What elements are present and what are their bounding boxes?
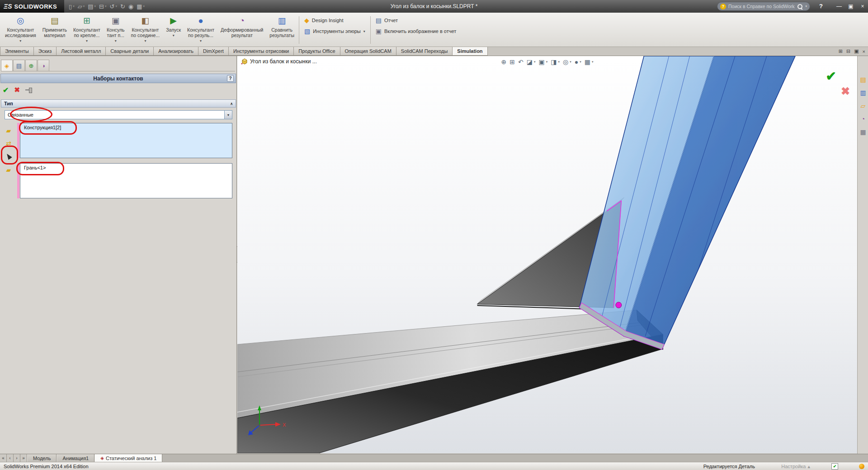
deformed-result-button[interactable]: ◔ Деформированный результат [217,14,266,47]
tab-solidcam-operation[interactable]: Операция SolidCAM [340,47,396,56]
prev-tab-button[interactable]: ‹ [7,454,14,462]
confirmation-ok-button[interactable]: ✔ [826,69,836,84]
apply-material-button[interactable]: ▤ Применить материал [39,14,70,47]
tab-model[interactable]: Модель [27,454,57,462]
tab-render-tools[interactable]: Инструменты отрисовки [228,47,294,56]
help-search-box[interactable]: ? ▾ [717,2,810,11]
zoom-area-icon[interactable]: ⊞ [509,58,515,66]
dropdown-arrow-button[interactable]: ▼ [224,111,232,119]
graphics-viewport[interactable]: X Угол из балок и косынки ... ⊕ ⊞ ↶ ◪▾ ▣… [237,56,857,453]
chevron-down-icon[interactable]: ▾ [580,60,581,64]
chevron-down-icon[interactable]: ▾ [805,5,807,8]
tab-solidcam-transitions[interactable]: SolidCAM Переходы [396,47,453,56]
study-folder-icon[interactable]: ▱ [858,100,868,111]
fixtures-advisor-button[interactable]: ⊞ Консультант по крепле... ▾ [70,14,104,47]
search-input[interactable] [728,4,795,9]
tab-evaluate[interactable]: Анализировать [153,47,198,56]
first-tab-button[interactable]: « [0,454,7,462]
results-advisor-button[interactable]: ● Консультант по резуль... ▾ [184,14,217,47]
zoom-fit-icon[interactable]: ⊕ [501,58,507,66]
connections-advisor-button[interactable]: ◧ Консультант по соедине... ▾ [128,14,163,47]
open-document-button[interactable]: ▱▾ [78,3,85,10]
confirmation-cancel-button[interactable]: ✖ [841,85,850,98]
chevron-down-icon[interactable]: ▾ [592,60,594,64]
ok-button[interactable]: ✔ [3,86,9,94]
run-study-button[interactable]: ▶ Запуск ▾ [163,14,184,47]
tab-static-analysis[interactable]: ◈ Статический анализ 1 [94,454,162,462]
compare-results-button[interactable]: ▥ Сравнить результаты [266,14,297,47]
contact-vertex-marker[interactable] [616,302,622,308]
undo-button[interactable]: ↺▾ [110,3,117,10]
search-icon[interactable] [797,4,803,9]
save-button[interactable]: ▤▾ [88,3,96,10]
chevron-down-icon[interactable]: ▾ [570,60,571,64]
configuration-icon: ⊕ [29,62,34,69]
settings-label[interactable]: Настройка ▴ [781,462,810,470]
collapse-chevron-icon[interactable]: ∧ [230,103,233,105]
tab-animation[interactable]: Анимация1 [57,454,94,462]
help-button[interactable]: ? [819,0,823,13]
doc-cascade-button[interactable]: ⊞ [839,48,843,54]
tab-dimxpert[interactable]: DimXpert [198,47,229,56]
blue-beam-body[interactable] [579,56,795,349]
gray-beam-body[interactable] [237,310,663,453]
apply-scene-icon[interactable]: ▦ [585,58,590,66]
tab-elements[interactable]: Элементы [0,47,34,56]
model-scene[interactable]: X [237,56,857,453]
doc-close-button[interactable]: × [863,49,865,54]
tab-office-products[interactable]: Продукты Office [293,47,340,56]
tab-sheet-metal[interactable]: Листовой металл [56,47,106,56]
close-button[interactable]: × [859,3,866,9]
display-style-icon[interactable]: ◨ [551,58,557,66]
section-view-icon[interactable]: ◪ [527,58,533,66]
include-image-button[interactable]: ▣ Включить изображение в отчет [376,28,457,35]
tab-property-manager[interactable]: ◈ [1,60,13,71]
tab-feature-manager[interactable]: ▤ [13,60,25,71]
button-label: Отчет [384,18,398,23]
tab-simulation[interactable]: Simulation [452,47,487,56]
panel-help-button[interactable]: ? [227,75,234,82]
hide-show-items-icon[interactable]: ◎ [563,58,568,66]
loads-advisor-button[interactable]: ▣ Консуль тант п... ▾ [104,14,128,47]
tab-sketch[interactable]: Эскиз [33,47,57,56]
redo-button[interactable]: ↻ [120,3,125,10]
plot-tools-button[interactable]: ▧ Инструменты эпюры ▾ [304,28,365,35]
print-button[interactable]: ⊟▾ [99,3,106,10]
mesh-grid-icon[interactable]: ▦ [858,127,868,137]
cancel-button[interactable]: ✖ [14,86,20,94]
deformed-result-icon: ◔ [239,15,244,26]
view-orientation-icon[interactable]: ▣ [538,58,544,66]
previous-view-icon[interactable]: ↶ [518,58,524,66]
new-document-button[interactable]: ▯▾ [69,3,75,10]
plot-pie-icon[interactable]: ◔ [858,113,868,124]
results-chart-icon[interactable]: ▥ [858,87,868,98]
design-insight-button[interactable]: ◆ Design Insight [304,17,365,24]
tab-weldments[interactable]: Сварные детали [105,47,154,56]
status-check-icon[interactable]: ✔ [831,463,838,470]
edit-appearance-icon[interactable]: ● [575,58,578,66]
minimize-button[interactable]: — [835,3,843,9]
chevron-down-icon: ▾ [115,5,117,8]
chevron-down-icon[interactable]: ▾ [546,60,548,64]
button-label: исследования [5,33,36,38]
next-tab-button[interactable]: › [14,454,20,462]
tab-configuration-manager[interactable]: ⊕ [25,60,37,71]
last-tab-button[interactable]: » [20,454,27,462]
options-button[interactable]: ▦▾ [137,3,145,10]
tab-appearance-manager[interactable]: ◑ [38,60,49,71]
pin-icon[interactable] [25,87,33,93]
doc-minimize-button[interactable]: ⊟ [846,48,850,54]
report-button[interactable]: ▤ Отчет [376,17,457,24]
property-manager-panel: ◈ ▤ ⊕ ◑ Наборы контактов ? ✔ ✖ Тип ∧ Свя… [0,56,237,454]
rebuild-button[interactable]: ◉ [128,3,133,10]
restore-button[interactable]: ▣ [847,3,854,9]
doc-restore-button[interactable]: ▣ [854,48,859,54]
chevron-down-icon[interactable]: ▾ [558,60,560,64]
undo-icon: ↺ [110,3,115,10]
simulation-advisor-icon[interactable]: ▤ [858,74,868,85]
chevron-down-icon[interactable]: ▾ [534,60,536,64]
study-advisor-button[interactable]: ◎ Консультант исследования ▾ [2,14,39,47]
type-group-header[interactable]: Тип ∧ [1,99,236,108]
resource-monitor-icon[interactable] [859,464,864,469]
document-breadcrumb[interactable]: Угол из балок и косынки ... [241,58,317,65]
